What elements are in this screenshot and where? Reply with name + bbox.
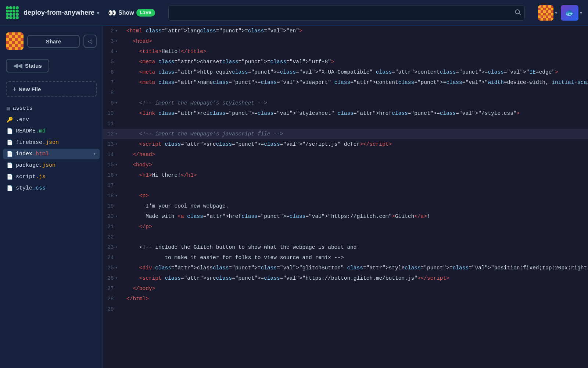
code-line-23: 23 ▾ <!-- include the Glitch button to s… (103, 242, 588, 252)
line-number-14: 14 (107, 149, 114, 160)
fold-arrow[interactable]: ▾ (115, 242, 118, 252)
fold-arrow[interactable]: ▾ (115, 273, 118, 283)
file-name: package.json (16, 162, 96, 169)
line-content-23: <!-- include the Glitch button to show w… (123, 242, 357, 252)
fold-arrow[interactable]: ▾ (115, 191, 118, 201)
sidebar-item-indexhtml[interactable]: 📄index.html▾ (3, 149, 100, 159)
file-icon: 📄 (7, 185, 13, 191)
line-content-4: <title>Hello!</title> (123, 46, 207, 57)
editor-area[interactable]: 2 ▾ <html class="attr">langclass="punct"… (103, 26, 588, 368)
line-content-27: </body> (123, 283, 155, 294)
fold-arrow[interactable]: ▾ (115, 46, 118, 57)
project-name-chevron: ▾ (97, 10, 99, 16)
fold-arrow[interactable]: ▾ (115, 98, 118, 108)
fish-avatar: 🐟 (561, 5, 578, 21)
line-number-6: 6 (111, 67, 114, 77)
svg-rect-6 (12, 10, 15, 13)
fold-arrow[interactable]: ▾ (115, 129, 118, 139)
topbar-right: ▾ 🐟 ▾ (538, 5, 582, 21)
svg-rect-2 (12, 6, 15, 9)
sidebar-item-env[interactable]: 🔑.env (3, 114, 100, 125)
status-button[interactable]: ◀◀ Status (6, 59, 49, 72)
line-number-17: 17 (107, 180, 114, 191)
file-name: index.html (16, 151, 90, 157)
line-number-21: 21 (107, 222, 114, 232)
active-file-dropdown: ▾ (93, 151, 96, 157)
sidebar-item-assets[interactable]: ▤assets (3, 103, 100, 114)
line-content-6: <meta class="attr">http-equivclass="punc… (123, 67, 558, 77)
line-number-27: 27 (107, 283, 114, 294)
line-number-16: 16 (107, 170, 114, 180)
line-gutter-16: 16 ▾ (103, 170, 123, 180)
sidebar-item-READMEmd[interactable]: 📄README.md (3, 126, 100, 137)
line-number-23: 23 (107, 242, 114, 252)
code-line-9: 9 ▾ <!-- import the webpage's stylesheet… (103, 98, 588, 108)
share-button[interactable]: Share (27, 35, 80, 48)
line-content-20: Made with <a class="attr">hrefclass="pun… (123, 211, 430, 222)
line-content-14: </head> (123, 149, 155, 160)
avatar-pattern (538, 5, 553, 21)
line-gutter-5: 5 ▾ (103, 57, 123, 67)
svg-rect-5 (9, 10, 12, 13)
line-gutter-17: 17 ▾ (103, 180, 123, 191)
line-gutter-29: 29 ▾ (103, 304, 123, 314)
line-gutter-14: 14 ▾ (103, 149, 123, 160)
file-tree: ▤assets🔑.env📄README.md📄firebase.json📄ind… (0, 103, 103, 194)
line-gutter-28: 28 ▾ (103, 294, 123, 304)
code-line-10: 10 ▾ <link class="attr">relclass="punct"… (103, 108, 588, 118)
svg-rect-8 (6, 13, 9, 16)
line-gutter-23: 23 ▾ (103, 242, 123, 252)
search-button[interactable] (514, 9, 521, 17)
line-number-26: 26 (107, 273, 114, 283)
line-gutter-10: 10 ▾ (103, 108, 123, 118)
file-name: assets (12, 105, 96, 112)
fish-avatar-button[interactable]: 🐟 ▾ (561, 5, 582, 21)
line-number-13: 13 (107, 139, 114, 149)
fold-arrow[interactable]: ▾ (115, 36, 118, 46)
status-back-icon: ◀◀ (13, 62, 22, 69)
line-number-18: 18 (107, 191, 114, 201)
code-line-29: 29 ▾ (103, 304, 588, 314)
line-number-4: 4 (111, 46, 114, 57)
user-avatar-button[interactable]: ▾ (538, 5, 557, 21)
line-number-11: 11 (107, 118, 114, 129)
fold-arrow[interactable]: ▾ (115, 263, 118, 273)
project-name-button[interactable]: deploy-from-anywhere ▾ (24, 9, 99, 17)
code-line-7: 7 ▾ <meta class="attr">nameclass="punct"… (103, 77, 588, 88)
collapse-button[interactable]: ◁ (83, 35, 97, 48)
code-line-26: 26 ▾ <script class="attr">srcclass="punc… (103, 273, 588, 283)
live-badge[interactable]: Live (136, 9, 155, 17)
search-bar (168, 5, 525, 21)
fold-arrow[interactable]: ▾ (115, 160, 118, 170)
sidebar-item-stylecss[interactable]: 📄style.css (3, 183, 100, 194)
main-area: Share ◁ ◀◀ Status + New File ▤assets🔑.en… (0, 26, 588, 368)
new-file-label: New File (19, 86, 41, 92)
svg-rect-14 (12, 16, 15, 19)
fold-arrow[interactable]: ▾ (115, 211, 118, 222)
file-name: .env (16, 117, 96, 123)
file-icon: 📄 (7, 128, 13, 134)
show-label: Show (118, 10, 134, 16)
file-name: README.md (16, 128, 96, 134)
fold-arrow[interactable]: ▾ (115, 26, 118, 36)
folder-icon: ▤ (7, 105, 10, 112)
line-number-9: 9 (111, 98, 114, 108)
sidebar-item-packagejson[interactable]: 📄package.json (3, 160, 100, 171)
file-name: firebase.json (16, 139, 96, 146)
sidebar-item-scriptjs[interactable]: 📄script.js (3, 171, 100, 182)
line-gutter-9: 9 ▾ (103, 98, 123, 108)
sidebar-top: Share ◁ (0, 32, 103, 56)
line-content-16: <h1>Hi there!</h1> (123, 170, 197, 180)
line-gutter-27: 27 ▾ (103, 283, 123, 294)
line-gutter-22: 22 ▾ (103, 232, 123, 242)
code-container: 2 ▾ <html class="attr">langclass="punct"… (103, 26, 588, 368)
line-number-8: 8 (111, 88, 114, 98)
fold-arrow[interactable]: ▾ (115, 170, 118, 180)
search-input[interactable] (168, 5, 525, 21)
show-button[interactable]: 👀 Show (108, 9, 134, 17)
fold-arrow[interactable]: ▾ (115, 139, 118, 149)
line-content-7: <meta class="attr">nameclass="punct">=cl… (123, 77, 588, 88)
line-number-2: 2 (111, 26, 114, 36)
new-file-button[interactable]: + New File (6, 81, 97, 97)
sidebar-item-firebasejson[interactable]: 📄firebase.json (3, 137, 100, 148)
